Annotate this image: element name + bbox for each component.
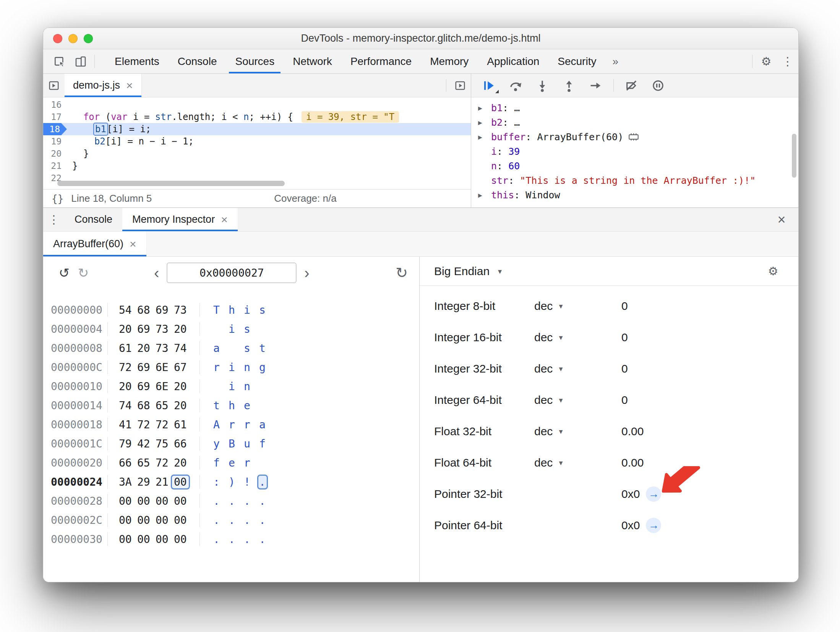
memory-byte[interactable]: 72 bbox=[154, 417, 173, 432]
memory-ascii-char[interactable]: . bbox=[256, 532, 271, 547]
memory-ascii-char[interactable] bbox=[210, 322, 225, 337]
scope-row-this[interactable]: ▶this: Window bbox=[471, 188, 798, 202]
memory-byte[interactable]: 72 bbox=[118, 360, 136, 375]
scope-row-buffer[interactable]: ▶buffer: ArrayBuffer(60) bbox=[471, 130, 798, 144]
memory-byte[interactable]: 6E bbox=[154, 360, 173, 375]
jump-to-address-button[interactable]: → bbox=[646, 486, 661, 502]
disclosure-icon[interactable]: ▶ bbox=[478, 191, 491, 199]
memory-byte[interactable]: 20 bbox=[173, 455, 191, 470]
tab-elements[interactable]: Elements bbox=[105, 49, 169, 73]
navigator-toggle-icon[interactable] bbox=[43, 74, 65, 97]
close-drawer-icon[interactable]: × bbox=[771, 208, 792, 231]
memory-byte[interactable]: 00 bbox=[154, 513, 173, 528]
memory-byte[interactable]: 72 bbox=[136, 417, 154, 432]
memory-byte[interactable]: 00 bbox=[136, 532, 154, 547]
line-number[interactable]: 19 bbox=[43, 135, 67, 147]
code-editor[interactable]: 1617 for (var i = str.length; i < n; ++i… bbox=[43, 97, 471, 189]
memory-byte[interactable]: 69 bbox=[136, 360, 154, 375]
memory-ascii-char[interactable]: t bbox=[256, 341, 271, 356]
memory-icon[interactable] bbox=[628, 133, 639, 141]
memory-byte[interactable]: 42 bbox=[136, 436, 154, 451]
memory-ascii-char[interactable]: i bbox=[225, 322, 240, 337]
memory-ascii-char[interactable]: r bbox=[210, 360, 225, 375]
memory-byte[interactable]: 00 bbox=[118, 513, 136, 528]
memory-ascii-char[interactable]: s bbox=[240, 341, 256, 356]
memory-ascii-char[interactable]: . bbox=[225, 532, 240, 547]
memory-ascii-char[interactable]: i bbox=[225, 360, 240, 375]
memory-ascii-char[interactable]: g bbox=[256, 360, 271, 375]
zoom-window-button[interactable] bbox=[84, 34, 93, 43]
memory-byte[interactable]: 00 bbox=[154, 494, 173, 509]
memory-byte[interactable]: 61 bbox=[118, 341, 136, 356]
memory-byte[interactable]: 73 bbox=[154, 341, 173, 356]
memory-ascii-char[interactable]: A bbox=[210, 417, 225, 432]
memory-byte[interactable]: 67 bbox=[173, 360, 191, 375]
memory-ascii-char[interactable]: h bbox=[225, 398, 240, 413]
line-number[interactable]: 17 bbox=[43, 111, 67, 123]
memory-byte[interactable]: 20 bbox=[173, 398, 191, 413]
memory-ascii-char[interactable] bbox=[210, 379, 225, 394]
code-line[interactable]: 21} bbox=[43, 160, 471, 172]
memory-byte[interactable]: 20 bbox=[136, 341, 154, 356]
memory-ascii-char[interactable]: a bbox=[210, 341, 225, 356]
memory-byte[interactable]: 66 bbox=[118, 455, 136, 470]
horizontal-scrollbar[interactable] bbox=[57, 181, 285, 186]
memory-byte[interactable]: 20 bbox=[173, 322, 191, 337]
memory-byte[interactable]: 00 bbox=[154, 532, 173, 547]
scope-row-b1[interactable]: ▶b1: … bbox=[471, 100, 798, 115]
memory-byte[interactable]: 61 bbox=[173, 417, 191, 432]
memory-ascii-char[interactable] bbox=[225, 341, 240, 356]
tab-console[interactable]: Console bbox=[169, 49, 226, 73]
pause-on-exceptions-button[interactable] bbox=[646, 76, 670, 96]
memory-byte[interactable]: 00 bbox=[118, 494, 136, 509]
memory-ascii-char[interactable]: i bbox=[225, 379, 240, 394]
memory-byte[interactable]: 29 bbox=[136, 475, 154, 489]
format-select[interactable]: dec▾ bbox=[534, 362, 621, 375]
memory-byte[interactable]: 00 bbox=[173, 494, 191, 509]
format-select[interactable]: dec▾ bbox=[534, 394, 621, 407]
step-over-button[interactable] bbox=[503, 76, 528, 96]
memory-ascii-char[interactable]: s bbox=[256, 303, 271, 318]
memory-ascii-char[interactable] bbox=[256, 322, 271, 337]
memory-ascii-char[interactable]: e bbox=[240, 398, 256, 413]
memory-ascii-char[interactable]: e bbox=[225, 455, 240, 470]
memory-ascii-char[interactable] bbox=[256, 455, 271, 470]
memory-byte[interactable]: 54 bbox=[118, 303, 136, 318]
memory-byte[interactable]: 74 bbox=[173, 341, 191, 356]
memory-ascii-char[interactable]: . bbox=[240, 513, 256, 528]
memory-byte[interactable]: 00 bbox=[136, 494, 154, 509]
memory-ascii-char[interactable] bbox=[256, 398, 271, 413]
memory-ascii-char[interactable]: . bbox=[240, 494, 256, 509]
close-icon[interactable]: × bbox=[221, 213, 228, 226]
line-number[interactable]: 16 bbox=[43, 99, 67, 111]
memory-byte[interactable]: 20 bbox=[173, 379, 191, 394]
memory-ascii-char[interactable]: i bbox=[240, 303, 256, 318]
value-settings-gear-icon[interactable]: ⚙ bbox=[762, 264, 784, 278]
undo-icon[interactable]: ↺ bbox=[55, 265, 74, 280]
scope-row-i[interactable]: i: 39 bbox=[471, 144, 798, 159]
tab-sources[interactable]: Sources bbox=[226, 49, 284, 73]
memory-byte[interactable]: 41 bbox=[118, 417, 136, 432]
memory-byte[interactable]: 3A bbox=[118, 475, 136, 489]
next-page-icon[interactable]: › bbox=[304, 265, 309, 280]
memory-byte[interactable]: 74 bbox=[118, 398, 136, 413]
memory-byte[interactable]: 68 bbox=[136, 398, 154, 413]
tab-application[interactable]: Application bbox=[478, 49, 548, 73]
redo-icon[interactable]: ↻ bbox=[74, 265, 93, 280]
memory-ascii-char[interactable]: n bbox=[240, 379, 256, 394]
memory-ascii-char[interactable]: u bbox=[240, 436, 256, 451]
memory-byte[interactable]: 00 bbox=[173, 513, 191, 528]
quick-source-icon[interactable] bbox=[449, 74, 471, 97]
disclosure-icon[interactable]: ▶ bbox=[478, 118, 491, 126]
code-line[interactable]: 20 } bbox=[43, 147, 471, 160]
memory-ascii-char[interactable]: y bbox=[210, 436, 225, 451]
device-toolbar-icon[interactable] bbox=[70, 49, 91, 73]
close-window-button[interactable] bbox=[53, 34, 62, 43]
drawer-tab-memory-inspector[interactable]: Memory Inspector× bbox=[122, 208, 238, 231]
format-select[interactable]: dec▾ bbox=[534, 300, 621, 313]
memory-byte[interactable]: 21 bbox=[154, 475, 173, 489]
refresh-icon[interactable]: ↻ bbox=[396, 264, 408, 281]
memory-ascii-char[interactable]: . bbox=[256, 513, 271, 528]
code-line[interactable]: 18 b1[i] = i; bbox=[43, 123, 471, 135]
disclosure-icon[interactable]: ▶ bbox=[478, 104, 491, 112]
